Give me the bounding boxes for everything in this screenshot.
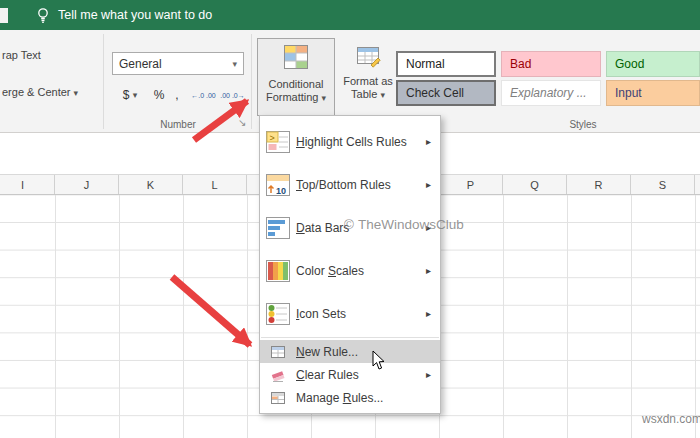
submenu-arrow-icon: ▸ — [426, 136, 431, 147]
watermark-thewindowsclub: ©TheWindowsClub — [344, 217, 464, 232]
column-header[interactable]: J — [55, 175, 119, 194]
menu-item-manage-rules[interactable]: Manage Rules... — [260, 386, 440, 409]
column-header[interactable]: R — [567, 175, 631, 194]
highlight-cells-rules-icon: > — [260, 129, 296, 155]
dialog-launcher-icon[interactable]: ↘ — [238, 117, 246, 128]
menu-item-highlight-cells-rules[interactable]: > Highlight Cells Rules ▸ — [260, 120, 440, 163]
menu-separator — [261, 337, 439, 338]
format-as-table-button[interactable]: Format as Table ▾ — [339, 38, 397, 116]
menu-item-color-scales[interactable]: Color Scales ▸ — [260, 249, 440, 292]
conditional-formatting-button[interactable]: Conditional Formatting ▾ — [257, 38, 335, 116]
excel-window: Tell me what you want to do rap Text erg… — [0, 0, 700, 438]
submenu-arrow-icon: ▸ — [426, 308, 431, 319]
menu-item-top-bottom-rules[interactable]: 10 Top/Bottom Rules ▸ — [260, 163, 440, 206]
svg-text:10: 10 — [276, 185, 286, 195]
column-header[interactable]: L — [183, 175, 247, 194]
menu-item-clear-rules[interactable]: Clear Rules ▸ — [260, 363, 440, 386]
format-as-table-icon — [355, 42, 381, 72]
tell-me-placeholder: Tell me what you want to do — [58, 0, 212, 30]
style-explanatory[interactable]: Explanatory ... — [501, 80, 601, 106]
top-bottom-rules-icon: 10 — [260, 172, 296, 198]
manage-rules-icon — [260, 390, 296, 406]
merge-center-button[interactable]: erge & Center ▾ — [2, 86, 78, 98]
style-good[interactable]: Good — [606, 51, 700, 77]
style-normal[interactable]: Normal — [396, 51, 496, 77]
accounting-format-button[interactable]: $ ▾ — [114, 84, 146, 106]
chevron-down-icon: ▾ — [74, 88, 79, 98]
menu-item-icon-sets[interactable]: Icon Sets ▸ — [260, 292, 440, 335]
comma-style-button[interactable]: , — [170, 84, 184, 106]
conditional-formatting-menu: > Highlight Cells Rules ▸ 10 Top/Bot — [259, 115, 441, 414]
increase-decimal-button[interactable]: ←.0 .00 — [190, 84, 217, 106]
submenu-arrow-icon: ▸ — [426, 265, 431, 276]
data-bars-icon — [260, 215, 296, 241]
style-input[interactable]: Input — [606, 80, 700, 106]
group-separator — [251, 34, 252, 129]
column-header[interactable]: Q — [503, 175, 567, 194]
submenu-arrow-icon: ▸ — [426, 179, 431, 190]
percent-style-button[interactable]: % — [150, 84, 168, 106]
column-header[interactable]: K — [119, 175, 183, 194]
ribbon-tab-fragment — [0, 8, 8, 23]
chevron-down-icon: ▾ — [322, 93, 327, 103]
styles-group-label: Styles — [503, 119, 663, 130]
svg-text:>: > — [270, 132, 275, 142]
tell-me-bar[interactable]: Tell me what you want to do — [0, 0, 700, 30]
menu-item-new-rule[interactable]: New Rule... — [260, 340, 440, 363]
column-header[interactable] — [695, 175, 700, 194]
number-format-value: General — [119, 57, 162, 71]
chevron-down-icon: ▾ — [133, 90, 138, 100]
conditional-formatting-icon — [282, 43, 310, 75]
new-rule-icon — [260, 344, 296, 360]
watermark-wsxdn: wsxdn.com — [642, 412, 700, 426]
lightbulb-icon — [34, 6, 52, 28]
chevron-down-icon: ▾ — [232, 59, 237, 69]
copyright-icon: © — [344, 217, 354, 232]
column-header[interactable]: S — [631, 175, 695, 194]
chevron-down-icon: ▾ — [380, 90, 385, 100]
color-scales-icon — [260, 258, 296, 284]
column-header[interactable]: P — [439, 175, 503, 194]
decrease-decimal-button[interactable]: .00 .0→ — [219, 84, 246, 106]
submenu-arrow-icon: ▸ — [426, 369, 431, 380]
clear-rules-icon — [260, 367, 296, 383]
wrap-text-button[interactable]: rap Text — [2, 49, 41, 61]
number-format-combobox[interactable]: General ▾ — [112, 52, 244, 75]
style-bad[interactable]: Bad — [501, 51, 601, 77]
number-group-label: Number — [112, 119, 244, 130]
column-header[interactable]: I — [0, 175, 55, 194]
icon-sets-icon — [260, 301, 296, 327]
style-check-cell[interactable]: Check Cell — [396, 80, 496, 106]
group-separator — [103, 34, 104, 129]
